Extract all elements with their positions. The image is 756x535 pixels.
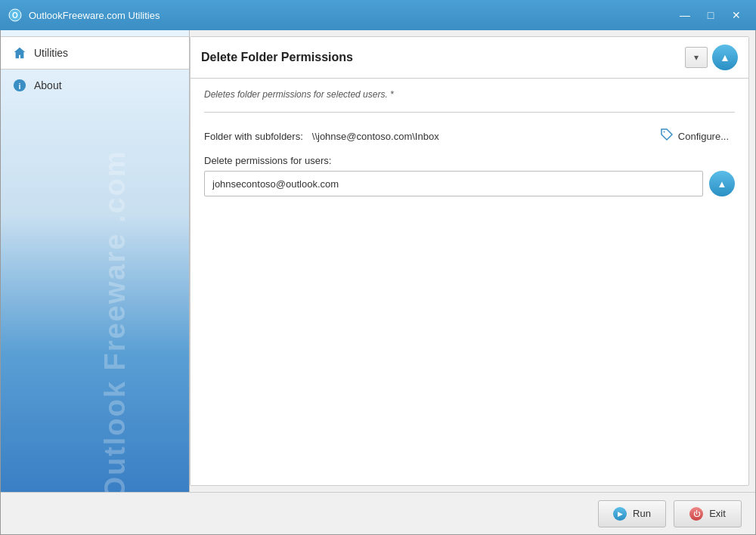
- folder-value: \\johnse@contoso.com\Inbox: [312, 131, 439, 142]
- users-input-row: ▲: [204, 171, 735, 196]
- users-upload-button[interactable]: ▲: [709, 171, 735, 196]
- panel-upload-button[interactable]: ▲: [712, 45, 738, 70]
- upload-arrow-icon: ▲: [720, 51, 730, 63]
- maximize-button[interactable]: □: [699, 5, 723, 26]
- run-label: Run: [633, 508, 651, 519]
- sidebar-about-label: About: [34, 79, 62, 91]
- users-label: Delete permissions for users:: [204, 155, 735, 166]
- configure-button[interactable]: Configure...: [654, 125, 735, 147]
- tag-icon: [660, 128, 674, 144]
- sidebar-nav: Utilities i About: [1, 30, 189, 107]
- subtitle-text: Deletes folder permissions for selected …: [204, 89, 735, 100]
- minimize-button[interactable]: —: [673, 5, 697, 26]
- sidebar-item-about[interactable]: i About: [1, 70, 189, 101]
- exit-button[interactable]: ⏻ Exit: [674, 500, 742, 527]
- panel-body: Deletes folder permissions for selected …: [191, 79, 748, 485]
- window-title: OutlookFreeware.com Utilities: [29, 10, 673, 21]
- users-input[interactable]: [204, 171, 703, 196]
- run-button[interactable]: ▶ Run: [598, 500, 666, 527]
- app-icon: O: [8, 8, 23, 23]
- content-area: Utilities i About Outlook Freeware .com: [1, 30, 755, 492]
- run-icon: ▶: [613, 507, 627, 521]
- home-icon: [11, 45, 28, 61]
- panel-title: Delete Folder Permissions: [201, 51, 685, 64]
- panel-dropdown-button[interactable]: ▾: [685, 47, 708, 68]
- exit-icon: ⏻: [689, 507, 703, 521]
- folder-label: Folder with subfolders:: [204, 131, 303, 142]
- sidebar-item-utilities[interactable]: Utilities: [1, 36, 189, 70]
- title-bar: O OutlookFreeware.com Utilities — □ ✕: [0, 0, 756, 30]
- panel-header: Delete Folder Permissions ▾ ▲: [191, 37, 748, 79]
- bottom-bar: ▶ Run ⏻ Exit: [1, 492, 755, 534]
- watermark: Outlook Freeware .com: [99, 150, 132, 492]
- svg-point-4: [663, 131, 665, 133]
- window-controls: — □ ✕: [673, 5, 748, 26]
- sidebar: Utilities i About Outlook Freeware .com: [1, 30, 190, 492]
- users-upload-icon: ▲: [717, 178, 727, 190]
- configure-label: Configure...: [678, 131, 729, 142]
- info-icon: i: [11, 77, 28, 94]
- close-button[interactable]: ✕: [724, 5, 748, 26]
- main-panel: Delete Folder Permissions ▾ ▲ Deletes fo…: [190, 36, 749, 486]
- divider: [204, 112, 735, 113]
- folder-row: Folder with subfolders: \\johnse@contoso…: [204, 125, 735, 147]
- exit-label: Exit: [709, 508, 726, 519]
- users-section: Delete permissions for users: ▲: [204, 155, 735, 196]
- sidebar-utilities-label: Utilities: [34, 47, 68, 59]
- main-window: Utilities i About Outlook Freeware .com: [0, 30, 756, 535]
- svg-text:i: i: [19, 82, 21, 91]
- svg-text:O: O: [12, 11, 18, 20]
